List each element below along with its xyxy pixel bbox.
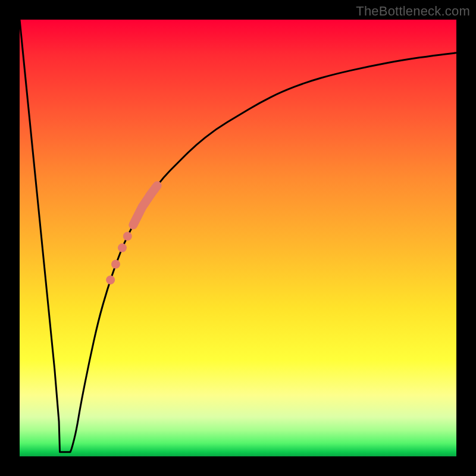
bottleneck-curve: [20, 20, 456, 452]
highlight-dot: [111, 260, 120, 269]
highlight-dot: [118, 243, 127, 252]
chart-frame: TheBottleneck.com: [0, 0, 476, 476]
curve-layer: [20, 20, 456, 456]
watermark-text: TheBottleneck.com: [356, 4, 470, 19]
highlight-dot: [123, 232, 132, 241]
highlight-segment: [133, 186, 157, 225]
highlight-dot: [106, 275, 115, 284]
